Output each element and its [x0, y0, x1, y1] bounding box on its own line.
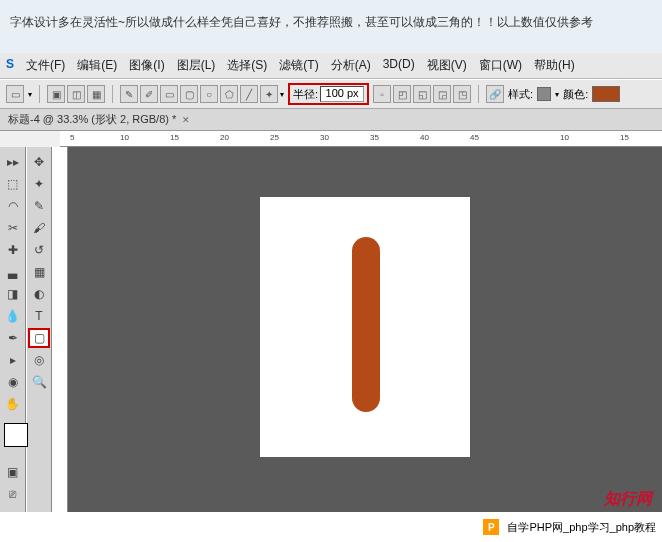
document-tab[interactable]: 标题-4 @ 33.3% (形状 2, RGB/8) * ✕: [0, 109, 662, 131]
line-icon[interactable]: ╱: [240, 85, 258, 103]
subtract-area-icon[interactable]: ◱: [413, 85, 431, 103]
rounded-rectangle-tool-icon[interactable]: ▢: [28, 328, 50, 348]
threed-camera-icon[interactable]: ◎: [28, 350, 50, 370]
toolbox-right: ✥ ✦ ✎ 🖌 ↺ ▦ ◐ T ▢ ◎ 🔍: [26, 147, 52, 527]
toolbox-left: ▸▸ ⬚ ◠ ✂ ✚ ▃ ◨ 💧 ✒ ▸ ◉ ✋ ▣ ⎚: [0, 147, 26, 527]
crop-tool-icon[interactable]: ✂: [2, 218, 24, 238]
menu-file[interactable]: 文件(F): [26, 57, 65, 74]
work-area: ▸▸ ⬚ ◠ ✂ ✚ ▃ ◨ 💧 ✒ ▸ ◉ ✋ ▣ ⎚ ✥ ✦ ✎ 🖌 ↺ ▦…: [0, 147, 662, 527]
ruler-mark: 10: [120, 133, 129, 142]
menu-3d[interactable]: 3D(D): [383, 57, 415, 74]
watermark-logo: 知行网: [604, 489, 652, 510]
shape-dropdown-icon[interactable]: ▾: [280, 90, 284, 99]
separator: [39, 85, 40, 103]
shape-tools-group: ✎ ✐ ▭ ▢ ○ ⬠ ╱ ✦ ▾: [120, 85, 284, 103]
healing-tool-icon[interactable]: ✚: [2, 240, 24, 260]
tutorial-note: 字体设计多在灵活性~所以做成什么样全凭自己喜好，不推荐照搬，甚至可以做成三角的！…: [0, 0, 662, 53]
radius-field-highlight: 半径: 100 px: [288, 83, 369, 105]
ruler-mark: 35: [370, 133, 379, 142]
paths-icon[interactable]: ◫: [67, 85, 85, 103]
vertical-ruler: [52, 147, 68, 527]
shape-layers-icon[interactable]: ▣: [47, 85, 65, 103]
path-select-icon[interactable]: ▸: [2, 350, 24, 370]
lasso-tool-icon[interactable]: ◠: [2, 196, 24, 216]
radius-label: 半径:: [293, 87, 318, 102]
style-label: 样式:: [508, 87, 533, 102]
shape-mode-group: ▣ ◫ ▦: [47, 85, 105, 103]
menu-layer[interactable]: 图层(L): [177, 57, 216, 74]
document-title: 标题-4 @ 33.3% (形状 2, RGB/8) *: [8, 112, 176, 127]
quickmask-icon[interactable]: ▣: [2, 462, 24, 482]
menu-view[interactable]: 视图(V): [427, 57, 467, 74]
menu-select[interactable]: 选择(S): [227, 57, 267, 74]
new-layer-icon[interactable]: ▫: [373, 85, 391, 103]
menu-edit[interactable]: 编辑(E): [77, 57, 117, 74]
ellipse-icon[interactable]: ○: [200, 85, 218, 103]
ruler-mark: 25: [270, 133, 279, 142]
zoom-tool-icon[interactable]: 🔍: [28, 372, 50, 392]
ruler-mark: 10: [560, 133, 569, 142]
app-logo: S: [6, 57, 14, 74]
eraser-tool-icon[interactable]: ◨: [2, 284, 24, 304]
brush-tool-icon[interactable]: 🖌: [28, 218, 50, 238]
ruler-mark: 45: [470, 133, 479, 142]
path-ops-group: ▫ ◰ ◱ ◲ ◳: [373, 85, 471, 103]
canvas-area: [68, 147, 662, 527]
ruler-mark: 30: [320, 133, 329, 142]
style-swatch[interactable]: [537, 87, 551, 101]
ruler-mark: 5: [70, 133, 74, 142]
intersect-area-icon[interactable]: ◲: [433, 85, 451, 103]
close-icon[interactable]: ✕: [182, 115, 190, 125]
menu-filter[interactable]: 滤镜(T): [279, 57, 318, 74]
menu-window[interactable]: 窗口(W): [479, 57, 522, 74]
php-badge-icon: P: [483, 519, 499, 535]
exclude-area-icon[interactable]: ◳: [453, 85, 471, 103]
color-label: 颜色:: [563, 87, 588, 102]
freeform-pen-icon[interactable]: ✐: [140, 85, 158, 103]
pen-tool-icon[interactable]: ✒: [2, 328, 24, 348]
foreground-color-swatch[interactable]: [4, 423, 28, 447]
radius-input[interactable]: 100 px: [320, 86, 364, 102]
rectangle-icon[interactable]: ▭: [160, 85, 178, 103]
color-picker[interactable]: [0, 421, 40, 461]
screenmode-icon[interactable]: ⎚: [2, 484, 24, 504]
wand-tool-icon[interactable]: ✦: [28, 174, 50, 194]
color-swatch[interactable]: [592, 86, 620, 102]
ruler-mark: 15: [170, 133, 179, 142]
blur-tool-icon[interactable]: 💧: [2, 306, 24, 326]
options-bar: ▭ ▾ ▣ ◫ ▦ ✎ ✐ ▭ ▢ ○ ⬠ ╱ ✦ ▾ 半径: 100 px ▫…: [0, 79, 662, 109]
custom-shape-icon[interactable]: ✦: [260, 85, 278, 103]
style-dropdown-icon[interactable]: ▾: [555, 90, 559, 99]
menu-bar: S 文件(F) 编辑(E) 图像(I) 图层(L) 选择(S) 滤镜(T) 分析…: [0, 53, 662, 79]
fill-pixels-icon[interactable]: ▦: [87, 85, 105, 103]
ruler-mark: 20: [220, 133, 229, 142]
polygon-icon[interactable]: ⬠: [220, 85, 238, 103]
eyedropper-tool-icon[interactable]: ✎: [28, 196, 50, 216]
pen-icon[interactable]: ✎: [120, 85, 138, 103]
menu-image[interactable]: 图像(I): [129, 57, 164, 74]
ruler-mark: 15: [620, 133, 629, 142]
footer: P 自学PHP网_php学习_php教程: [0, 512, 662, 542]
dodge-tool-icon[interactable]: ◐: [28, 284, 50, 304]
canvas[interactable]: [260, 197, 470, 457]
tool-preset-icon[interactable]: ▭: [6, 85, 24, 103]
gradient-tool-icon[interactable]: ▦: [28, 262, 50, 282]
footer-text: 自学PHP网_php学习_php教程: [507, 520, 656, 535]
menu-help[interactable]: 帮助(H): [534, 57, 575, 74]
dropdown-icon[interactable]: ▾: [28, 90, 32, 99]
rounded-rect-icon[interactable]: ▢: [180, 85, 198, 103]
move-tool-icon[interactable]: ✥: [28, 152, 50, 172]
menu-analysis[interactable]: 分析(A): [331, 57, 371, 74]
link-icon[interactable]: 🔗: [486, 85, 504, 103]
ruler-mark: 40: [420, 133, 429, 142]
history-brush-icon[interactable]: ↺: [28, 240, 50, 260]
separator: [112, 85, 113, 103]
stamp-tool-icon[interactable]: ▃: [2, 262, 24, 282]
hand-tool-icon[interactable]: ✋: [2, 394, 24, 414]
separator: [478, 85, 479, 103]
tab-icon[interactable]: ▸▸: [2, 152, 24, 172]
add-area-icon[interactable]: ◰: [393, 85, 411, 103]
threed-tool-icon[interactable]: ◉: [2, 372, 24, 392]
marquee-tool-icon[interactable]: ⬚: [2, 174, 24, 194]
type-tool-icon[interactable]: T: [28, 306, 50, 326]
